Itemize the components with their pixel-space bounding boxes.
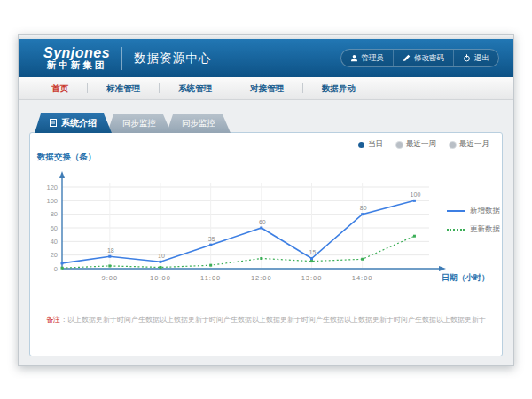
user-button[interactable]: 管理员 bbox=[341, 50, 395, 66]
filter-last-week[interactable]: 最近一周 bbox=[396, 139, 436, 150]
svg-text:11:00: 11:00 bbox=[200, 274, 221, 282]
solid-line-icon bbox=[447, 210, 465, 212]
app-header: Synjones 新中新集团 数据资源中心 管理员 修改密码 bbox=[19, 39, 513, 77]
tab-label: 同步监控 bbox=[122, 118, 156, 129]
svg-text:100: 100 bbox=[411, 192, 421, 198]
tab-bar: 系统介绍 同步监控 同步监控 bbox=[35, 113, 503, 133]
svg-text:12:00: 12:00 bbox=[251, 274, 272, 282]
radio-icon bbox=[450, 142, 456, 148]
svg-text:80: 80 bbox=[51, 210, 58, 218]
logout-button[interactable]: 退出 bbox=[454, 50, 498, 66]
svg-text:20: 20 bbox=[51, 251, 58, 259]
nav-item-home[interactable]: 首页 bbox=[33, 77, 87, 100]
app-window: Synjones 新中新集团 数据资源中心 管理员 修改密码 bbox=[18, 34, 514, 366]
logo-company-text: 新中新集团 bbox=[43, 60, 110, 70]
filter-last-month[interactable]: 最近一月 bbox=[450, 139, 489, 150]
logo: Synjones 新中新集团 bbox=[43, 46, 110, 71]
content-area: 系统介绍 同步监控 同步监控 当日 最近一周 bbox=[19, 100, 513, 356]
page-background: Synjones 新中新集团 数据资源中心 管理员 修改密码 bbox=[0, 0, 532, 399]
nav-item-system-mgmt[interactable]: 系统管理 bbox=[160, 77, 231, 100]
legend-item-updated-data[interactable]: 更新数据 bbox=[447, 224, 500, 235]
dotted-line-icon bbox=[447, 229, 465, 231]
legend-item-new-data[interactable]: 新增数据 bbox=[447, 206, 500, 216]
logo-brand-text: Synjones bbox=[43, 46, 110, 61]
svg-text:10:00: 10:00 bbox=[150, 274, 171, 282]
svg-text:35: 35 bbox=[208, 236, 215, 242]
chart-panel: 当日 最近一周 最近一月 数据交换（条） 0204060801001209:00… bbox=[29, 132, 503, 356]
svg-text:日期（小时）: 日期（小时） bbox=[442, 273, 489, 282]
time-range-filters: 当日 最近一周 最近一月 bbox=[358, 139, 489, 150]
svg-text:40: 40 bbox=[51, 238, 58, 246]
svg-text:100: 100 bbox=[46, 197, 58, 205]
svg-text:9:00: 9:00 bbox=[102, 274, 119, 282]
filter-today[interactable]: 当日 bbox=[358, 139, 383, 150]
svg-text:120: 120 bbox=[46, 184, 58, 192]
radio-icon bbox=[358, 142, 364, 148]
document-icon bbox=[50, 119, 57, 129]
nav-item-standard-mgmt[interactable]: 标准管理 bbox=[88, 77, 159, 100]
svg-text:80: 80 bbox=[360, 205, 367, 211]
change-password-button[interactable]: 修改密码 bbox=[394, 50, 454, 66]
svg-text:14:00: 14:00 bbox=[352, 274, 373, 282]
edit-icon bbox=[403, 54, 411, 62]
footnote-prefix: 备注 bbox=[46, 316, 60, 324]
svg-text:60: 60 bbox=[51, 224, 58, 232]
nav-item-interface-mgmt[interactable]: 对接管理 bbox=[231, 77, 302, 100]
header-divider bbox=[121, 47, 122, 70]
svg-text:18: 18 bbox=[107, 247, 114, 254]
user-button-label: 管理员 bbox=[362, 53, 385, 64]
chart-legend: 新增数据 更新数据 bbox=[447, 206, 500, 235]
tab-sync-monitor-1[interactable]: 同步监控 bbox=[107, 114, 171, 133]
svg-text:13:00: 13:00 bbox=[301, 274, 323, 282]
svg-text:10: 10 bbox=[158, 253, 165, 259]
nav-item-data-change[interactable]: 数据异动 bbox=[303, 77, 374, 100]
logout-label: 退出 bbox=[474, 53, 489, 64]
footnote-text: ：以上数据更新于时间产生数据以上数据更新于时间产生数据以上数据更新于时间产生数据… bbox=[60, 316, 486, 324]
data-exchange-chart[interactable]: 0204060801001209:0010:0011:0012:0013:001… bbox=[32, 160, 493, 293]
svg-text:0: 0 bbox=[54, 265, 58, 273]
main-nav: 首页 标准管理 系统管理 对接管理 数据异动 bbox=[19, 77, 513, 100]
page-title: 数据资源中心 bbox=[134, 51, 211, 66]
svg-text:15: 15 bbox=[309, 249, 317, 255]
tab-label: 系统介绍 bbox=[61, 117, 97, 129]
tab-sync-monitor-2[interactable]: 同步监控 bbox=[167, 114, 231, 133]
user-controls: 管理员 修改密码 退出 bbox=[340, 49, 500, 67]
svg-text:60: 60 bbox=[259, 219, 266, 225]
user-icon bbox=[350, 54, 358, 62]
tab-system-intro[interactable]: 系统介绍 bbox=[35, 113, 112, 133]
power-icon bbox=[463, 54, 471, 62]
radio-icon bbox=[396, 142, 403, 148]
footnote: 备注：以上数据更新于时间产生数据以上数据更新于时间产生数据以上数据更新于时间产生… bbox=[30, 315, 502, 325]
change-password-label: 修改密码 bbox=[414, 53, 444, 64]
tab-label: 同步监控 bbox=[182, 118, 215, 129]
